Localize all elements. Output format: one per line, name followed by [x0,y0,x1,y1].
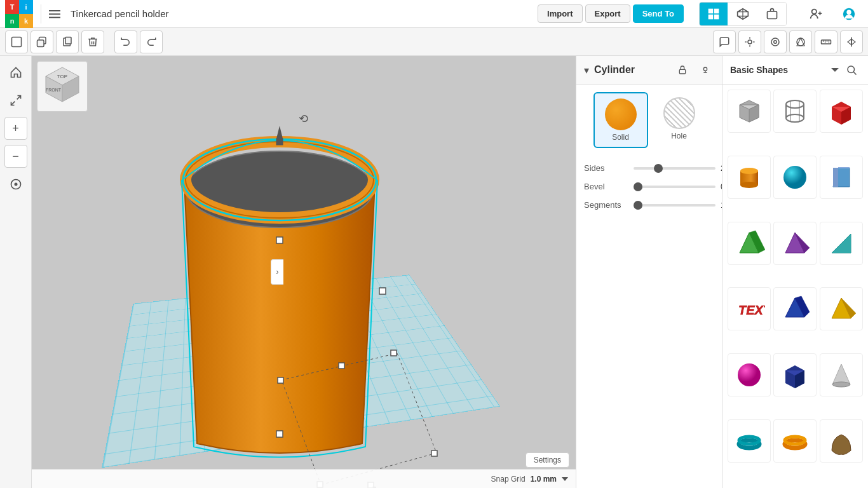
svg-point-29 [797,38,804,46]
svg-rect-64 [431,451,437,456]
shapes-panel: Basic Shapes Text & Numbers Featured Sha… [722,56,868,488]
fit-all-button[interactable] [4,89,27,112]
segments-row: Segments 1 [584,200,714,210]
snap-grid-value[interactable]: 1.0 mm [531,475,557,484]
svg-marker-71 [831,68,839,72]
svg-point-22 [748,40,752,44]
svg-point-70 [703,67,707,71]
mirror-button[interactable] [840,30,863,53]
hole-option[interactable]: Hole [653,92,705,148]
shape-prism-blue[interactable] [773,287,817,330]
3d-view-button[interactable] [729,3,757,25]
suitcase-view-button[interactable] [758,3,786,25]
shape-torus-teal[interactable] [728,419,771,463]
ruler-button[interactable] [815,30,837,53]
actionbar [0,28,868,56]
main-layout: + − TOP FRONT ⟲ Workplane [0,56,868,488]
new-workplane-button[interactable] [5,30,28,53]
svg-point-78 [786,114,804,122]
profile-button[interactable] [835,0,863,28]
add-user-button[interactable] [802,0,830,28]
shapes-panel-header: Basic Shapes Text & Numbers Featured Sha… [722,56,868,85]
shape-cylinder-wire[interactable] [773,90,817,133]
redo-button[interactable] [140,30,163,53]
sides-label: Sides [584,163,628,173]
cylinder-object[interactable] [159,107,400,475]
segments-slider[interactable] [634,204,715,207]
svg-rect-54 [276,237,283,243]
comment-button[interactable] [713,30,736,53]
shape-brown[interactable] [820,419,863,463]
svg-line-73 [853,72,856,74]
cylinder-title: Cylinder [594,64,668,76]
export-buttons: Import Export Send To [538,4,684,23]
svg-rect-56 [276,431,283,437]
shape-abstract-blue[interactable] [820,156,863,199]
undo-button[interactable] [114,30,137,53]
send-to-button[interactable]: Send To [633,4,684,23]
import-button[interactable]: Import [538,4,582,23]
home-button[interactable] [4,61,27,84]
copy-button[interactable] [56,30,79,53]
snap-grid-arrow[interactable] [562,476,568,482]
svg-rect-69 [679,69,685,74]
shape-wedge-teal[interactable] [820,222,863,265]
shape-text[interactable]: TEXT [728,287,771,330]
shape-torus-orange[interactable] [773,419,817,463]
svg-point-27 [771,38,779,46]
view-cube[interactable]: TOP FRONT [37,61,88,112]
svg-rect-21 [65,37,71,44]
delete-button[interactable] [81,30,104,53]
svg-text:FRONT: FRONT [46,88,62,92]
properties-sliders: Sides 20 Bevel 0 Segments 1 [576,156,722,217]
shapes-category-dropdown[interactable]: Basic Shapes Text & Numbers Featured Sha… [730,65,827,75]
tinkercad-logo[interactable]: T i n k [5,0,33,28]
collapse-props-button[interactable]: ▾ [584,64,589,76]
bevel-label: Bevel [584,182,628,191]
hamburger-icon[interactable] [49,8,60,20]
duplicate-button[interactable] [31,30,53,53]
shape-sphere-teal[interactable] [773,156,817,199]
export-button[interactable]: Export [585,4,630,23]
svg-marker-68 [562,477,568,481]
grid-view-button[interactable] [700,3,728,25]
svg-rect-17 [12,37,22,46]
svg-marker-91 [833,168,838,187]
orbit-button[interactable] [4,173,27,196]
search-shapes-button[interactable] [843,61,860,79]
shape-tool-button[interactable] [764,30,787,53]
logo-k: k [19,14,33,28]
sides-slider[interactable] [634,167,715,170]
panel-collapse-button[interactable]: › [271,259,283,285]
shape-box-gray[interactable] [728,90,771,133]
shape-box-navy[interactable] [773,353,817,396]
viewport[interactable]: TOP FRONT ⟲ Workplane [32,56,576,488]
zoom-in-button[interactable]: + [4,117,27,140]
sides-row: Sides 20 [584,163,714,173]
right-action-buttons [713,30,863,53]
shape-pyramid-yellow[interactable] [820,287,863,330]
solid-hole-selector: Solid Hole [576,85,722,156]
project-title: Tinkercad pencil holder [71,8,532,19]
light-toggle-button[interactable] [696,61,714,79]
svg-line-38 [17,96,20,100]
solid-option[interactable]: Solid [593,92,648,148]
shape-pyramid-green[interactable] [728,222,771,265]
zoom-out-button[interactable]: − [4,145,27,168]
workplane-tool-button[interactable] [789,30,812,53]
svg-rect-1 [49,13,60,15]
lock-button[interactable] [674,61,691,79]
settings-button[interactable]: Settings [526,452,569,468]
svg-point-104 [738,363,761,386]
svg-rect-30 [822,40,831,44]
shape-box-red[interactable] [820,90,863,133]
shape-sphere-magenta[interactable] [728,353,771,396]
shape-cone-gray[interactable] [820,353,863,396]
shape-pyramid-purple[interactable] [773,222,817,265]
light-button[interactable] [738,30,761,53]
topbar: T i n k Tinkercad pencil holder Import E… [0,0,868,28]
logo-n: n [5,14,19,28]
bevel-slider[interactable] [634,186,715,188]
svg-rect-2 [49,17,60,18]
shape-cylinder-orange[interactable] [728,156,771,199]
